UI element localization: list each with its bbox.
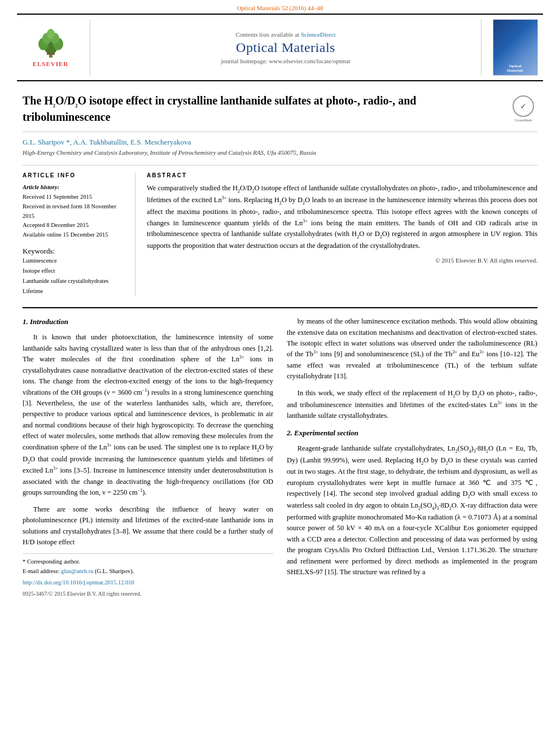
footer-copyright: 0925-3467/© 2015 Elsevier B.V. All right… — [23, 589, 273, 599]
crossmark-icon: ✓ — [513, 95, 534, 117]
available-date: Available online 15 December 2015 — [23, 230, 126, 240]
keyword-1: Luminescence — [23, 256, 126, 266]
article-content: The H2O/D2O isotope effect in crystallin… — [0, 81, 560, 610]
abstract-text: We comparatively studied the H2O/D2O iso… — [147, 183, 537, 251]
keyword-4: Lifetime — [23, 286, 126, 296]
doi-link[interactable]: http://dx.doi.org/10.1016/j.optmat.2015.… — [23, 578, 273, 587]
intro-col2-para2: In this work, we study effect of the rep… — [287, 388, 537, 422]
abstract-col: ABSTRACT We comparatively studied the H2… — [147, 172, 537, 296]
keywords-section: Keywords: Luminescence Isotope effect La… — [23, 247, 126, 296]
abstract-copyright: © 2015 Elsevier B.V. All rights reserved… — [147, 257, 537, 264]
intro-para-1: It is known that under photoexcitation, … — [23, 332, 273, 498]
email-note: E-mail address: glus@anrh.ru (G.L. Shari… — [23, 567, 273, 576]
body-col-right: by means of the other luminescence excit… — [287, 316, 537, 598]
sciencedirect-link[interactable]: ScienceDirect — [301, 31, 336, 38]
experimental-para1: Reagent-grade lanthanide sulfate crystal… — [287, 443, 537, 578]
svg-rect-7 — [47, 53, 55, 55]
history-label: Article history: — [23, 183, 126, 193]
keyword-2: Isotope effect — [23, 266, 126, 276]
svg-point-6 — [47, 29, 55, 39]
keyword-3: Lanthanide sulfate crystallohydrates — [23, 276, 126, 286]
sciencedirect-text: Contents lists available at ScienceDirec… — [235, 31, 335, 38]
received-revised-date: Received in revised form 18 November 201… — [23, 202, 126, 221]
body-content: 1. Introduction It is known that under p… — [23, 307, 537, 598]
section2-heading: 2. Experimental section — [287, 427, 537, 439]
body-col-left: 1. Introduction It is known that under p… — [23, 316, 273, 598]
journal-title-area: Contents lists available at ScienceDirec… — [90, 19, 481, 76]
intro-para-2: There are some works describing the infl… — [23, 504, 273, 548]
journal-cover-image: OpticalMaterials — [493, 19, 538, 76]
crossmark-label: CrossMark — [514, 118, 532, 123]
body-two-col: 1. Introduction It is known that under p… — [23, 316, 537, 598]
received-date: Received 11 September 2015 — [23, 193, 126, 202]
crossmark-area[interactable]: ✓ CrossMark — [509, 95, 537, 123]
abstract-label: ABSTRACT — [147, 172, 537, 178]
intro-col2-para1: by means of the other luminescence excit… — [287, 316, 537, 382]
journal-header: ELSEVIER Contents lists available at Sci… — [17, 14, 543, 81]
journal-reference: Optical Materials 52 (2016) 44–48 — [0, 0, 560, 14]
footnote-area: * Corresponding author. E-mail address: … — [23, 553, 273, 598]
section1-heading: 1. Introduction — [23, 316, 273, 327]
elsevier-logo-area: ELSEVIER — [17, 19, 90, 76]
article-title: The H2O/D2O isotope effect in crystallin… — [23, 93, 501, 125]
article-history: Article history: Received 11 September 2… — [23, 183, 126, 240]
elsevier-name: ELSEVIER — [33, 60, 69, 67]
cover-label: OpticalMaterials — [507, 64, 523, 73]
journal-cover-area: OpticalMaterials — [481, 19, 543, 76]
journal-homepage: journal homepage: www.elsevier.com/locat… — [221, 58, 351, 64]
corresponding-note: * Corresponding author. — [23, 557, 273, 566]
article-affiliation: High-Energy Chemistry and Catalysis Labo… — [23, 149, 537, 156]
journal-name: Optical Materials — [236, 40, 335, 55]
accepted-date: Accepted 8 December 2015 — [23, 221, 126, 230]
info-abstract-section: ARTICLE INFO Article history: Received 1… — [23, 165, 537, 296]
author-email[interactable]: glus@anrh.ru — [61, 568, 93, 574]
title-section: The H2O/D2O isotope effect in crystallin… — [23, 93, 537, 132]
elsevier-tree-icon — [31, 28, 71, 59]
article-authors: G.L. Sharipov *, A.A. Tukhbatullin, E.S.… — [23, 138, 537, 147]
keywords-label: Keywords: — [23, 247, 126, 256]
article-info-col: ARTICLE INFO Article history: Received 1… — [23, 172, 135, 296]
article-info-label: ARTICLE INFO — [23, 172, 126, 178]
